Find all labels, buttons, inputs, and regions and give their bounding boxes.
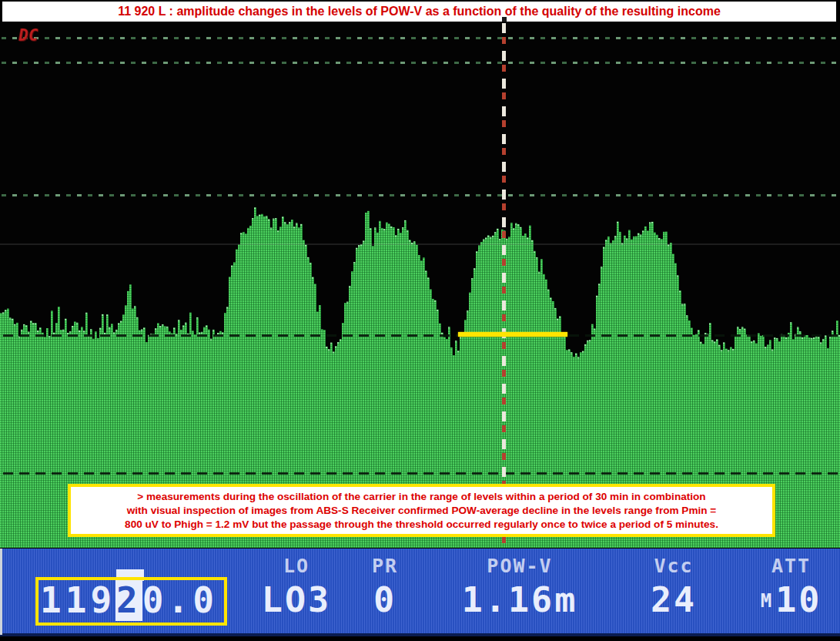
column-lo: LO LO3 (246, 549, 346, 633)
att-mode-prefix: M (761, 590, 774, 612)
note-line-1: > measurements during the oscillation of… (71, 490, 772, 504)
note-line-2: with visual inspection of images from AB… (71, 504, 772, 518)
measurement-note-box: > measurements during the oscillation of… (68, 484, 775, 537)
vcc-header: Vcc (624, 555, 724, 577)
pow-v-value: 1.16m (454, 579, 585, 620)
pr-header: PR (343, 555, 427, 577)
lo-value: LO3 (246, 579, 346, 620)
page-title: 11 920 L : amplitude changes in the leve… (118, 5, 721, 18)
spectrum-analyzer-screen: { "title": { "text": "11 920 L : amplitu… (0, 0, 840, 641)
column-pr: PR 0 (343, 549, 427, 633)
dc-coupling-label: DC (17, 26, 40, 45)
spectrum-canvas (0, 22, 840, 549)
vcc-value: 24 (624, 579, 724, 620)
photo-left-edge (0, 549, 2, 635)
frequency-highlight-box (35, 577, 227, 626)
column-pow-v: POW-V 1.16m (454, 549, 585, 633)
lo-header: LO (246, 555, 346, 577)
note-line-3: 800 uV to Phigh = 1.2 mV but the passage… (71, 518, 772, 532)
title-bar: 11 920 L : amplitude changes in the leve… (2, 2, 836, 22)
att-number: 10 (775, 579, 822, 620)
column-att: ATT M10 (739, 549, 840, 633)
att-value: M10 (739, 579, 840, 620)
att-header: ATT (739, 555, 840, 577)
pr-value: 0 (343, 579, 427, 620)
column-vcc: Vcc 24 (624, 549, 724, 633)
pow-v-header: POW-V (454, 555, 585, 577)
spectrum-display: DC (0, 22, 840, 549)
yellow-marker-line (458, 332, 567, 337)
